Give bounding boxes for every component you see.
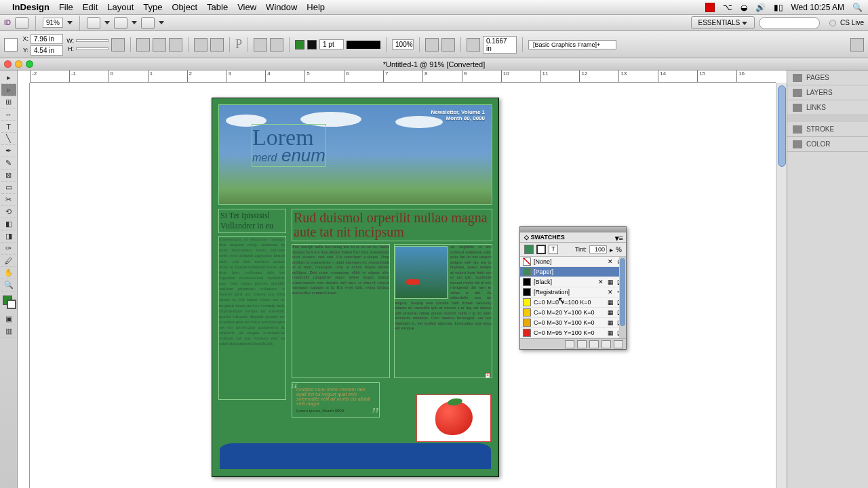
body-col-a-frame[interactable]: Eret sencigit nulla faccoming met in et … bbox=[292, 244, 390, 378]
vertical-ruler[interactable] bbox=[18, 83, 30, 488]
y-field[interactable]: 4.54 in bbox=[31, 45, 63, 56]
hero-image-frame[interactable]: Newsletter, Volume 1 Month 00, 0000 Lore… bbox=[218, 104, 492, 205]
zoom-dropdown-icon[interactable] bbox=[67, 21, 73, 24]
page-tool[interactable]: ⊞ bbox=[1, 96, 16, 108]
view-options-1[interactable] bbox=[87, 17, 100, 29]
swatch-row[interactable]: C=0 M=95 Y=100 K=0▦◪ bbox=[520, 328, 626, 338]
document-canvas[interactable]: Newsletter, Volume 1 Month 00, 0000 Lore… bbox=[30, 83, 776, 488]
menu-table[interactable]: Table bbox=[207, 2, 228, 12]
panel-links[interactable]: LINKS bbox=[787, 100, 868, 115]
tint-slider-icon[interactable]: ▸ bbox=[610, 246, 613, 253]
corner-radius-field[interactable]: 0.1667 in bbox=[483, 36, 517, 54]
x-field[interactable]: 7.96 in bbox=[31, 34, 63, 44]
fill-proxy[interactable] bbox=[524, 245, 534, 254]
menu-edit[interactable]: Edit bbox=[83, 2, 98, 12]
pen-tool[interactable]: ✒ bbox=[1, 145, 16, 157]
object-style-dropdown[interactable]: [Basic Graphics Frame]+ bbox=[528, 40, 616, 49]
apply-color-button[interactable]: ▣ bbox=[1, 313, 16, 325]
hand-tool[interactable]: ✋ bbox=[1, 267, 16, 279]
shear-icon[interactable] bbox=[169, 38, 182, 52]
subhead-frame[interactable]: Si Tet Ipissisisl Vullandrer in eu bbox=[218, 209, 286, 233]
swatch-row[interactable]: [Black]✕▦◪ bbox=[520, 277, 626, 287]
title-frame[interactable]: Lorem merd enum bbox=[252, 124, 326, 167]
show-color-swatches-button[interactable] bbox=[577, 340, 587, 348]
wrap-icon[interactable] bbox=[441, 38, 455, 52]
spotlight-icon[interactable]: 🔍 bbox=[852, 3, 863, 12]
quick-apply-icon[interactable] bbox=[850, 38, 864, 52]
stroke-swatch[interactable] bbox=[307, 40, 317, 49]
workspace-switcher[interactable]: ESSENTIALS bbox=[691, 16, 755, 29]
corner-icon[interactable] bbox=[467, 38, 480, 52]
gradient-feather-tool[interactable]: ◨ bbox=[1, 230, 16, 243]
rectangle-frame-tool[interactable]: ⊠ bbox=[1, 169, 16, 182]
eyedropper-tool[interactable]: 🖊 bbox=[1, 255, 16, 267]
show-all-swatches-button[interactable] bbox=[565, 340, 574, 348]
strawberry-image-frame[interactable] bbox=[416, 394, 491, 442]
app-name[interactable]: InDesign bbox=[12, 2, 50, 12]
menu-help[interactable]: Help bbox=[307, 2, 325, 12]
char-panel-icon[interactable]: P bbox=[235, 37, 242, 52]
bluetooth-icon[interactable]: ⌥ bbox=[723, 3, 732, 12]
pullquote-frame[interactable]: “ modipisi nomi dremi monem rain ayait l… bbox=[292, 382, 380, 418]
formatting-text-icon[interactable]: T bbox=[549, 245, 558, 254]
pencil-tool[interactable]: ✎ bbox=[1, 157, 16, 169]
h-field[interactable] bbox=[76, 47, 108, 50]
delete-swatch-button[interactable] bbox=[614, 340, 623, 348]
gap-tool[interactable]: ↔ bbox=[1, 108, 16, 121]
panel-menu-icon[interactable]: ▾≡ bbox=[615, 234, 623, 243]
panel-gripper[interactable] bbox=[520, 227, 626, 232]
distribute-icon[interactable] bbox=[270, 38, 283, 52]
headline-frame[interactable]: Rud duismol orperilit nullao magna aute … bbox=[292, 209, 492, 241]
note-tool[interactable]: ✑ bbox=[1, 243, 16, 255]
drop-icon[interactable] bbox=[132, 21, 137, 24]
panel-stroke[interactable]: STROKE bbox=[787, 122, 868, 137]
swatch-row[interactable]: C=0 M=20 Y=100 K=0▦◪ bbox=[520, 308, 626, 318]
scale-pct-field[interactable]: 100% bbox=[392, 39, 414, 49]
swatches-tab[interactable]: ◇ SWATCHES ▾≡ bbox=[520, 232, 626, 243]
selection-tool[interactable]: ▸ bbox=[1, 72, 16, 84]
free-transform-tool[interactable]: ⟲ bbox=[1, 206, 16, 218]
menu-layout[interactable]: Layout bbox=[107, 2, 134, 12]
cslive-button[interactable]: CS Live bbox=[829, 19, 864, 26]
flip-v-icon[interactable] bbox=[210, 38, 224, 52]
effects-icon[interactable] bbox=[425, 38, 439, 52]
line-tool[interactable]: ╲ bbox=[1, 133, 16, 145]
tint-field[interactable]: 100 bbox=[589, 245, 607, 253]
w-field[interactable] bbox=[76, 39, 108, 42]
show-gradient-swatches-button[interactable] bbox=[589, 340, 599, 348]
body-col-b-frame[interactable]: sa sugiahis ot eui urinnod doletione vol… bbox=[394, 244, 492, 378]
panel-color[interactable]: COLOR bbox=[787, 137, 868, 152]
battery-icon[interactable]: ▮▯ bbox=[774, 3, 783, 12]
drop-icon[interactable] bbox=[159, 21, 164, 24]
swatches-panel[interactable]: ◇ SWATCHES ▾≡ T Tint: 100 ▸ % [None]✕⊘[P… bbox=[519, 226, 627, 350]
rotate-icon[interactable] bbox=[153, 38, 166, 52]
view-options-3[interactable] bbox=[141, 17, 155, 29]
direct-selection-tool[interactable]: ▹ bbox=[1, 84, 16, 96]
swatch-row[interactable]: C=0 M=0 Y=100 K=0▦◪ bbox=[520, 298, 626, 308]
wifi-icon[interactable]: ◒ bbox=[741, 3, 747, 12]
body-col1-frame[interactable]: Esuesendam ad disimolite fusiamol duis m… bbox=[218, 236, 286, 400]
type-tool[interactable]: T bbox=[1, 121, 16, 133]
menu-type[interactable]: Type bbox=[143, 2, 162, 12]
flip-h-icon[interactable] bbox=[194, 38, 208, 52]
stroke-weight-field[interactable]: 1 pt bbox=[319, 39, 344, 49]
reference-point-icon[interactable] bbox=[4, 38, 18, 52]
constrain-icon[interactable] bbox=[111, 38, 125, 52]
rectangle-tool[interactable]: ▭ bbox=[1, 182, 16, 194]
panel-layers[interactable]: LAYERS bbox=[787, 85, 868, 100]
menu-view[interactable]: View bbox=[237, 2, 256, 12]
panel-pages[interactable]: PAGES bbox=[787, 70, 868, 85]
swatch-row[interactable]: [Registration]✕✛ bbox=[520, 287, 626, 298]
zoom-tool[interactable]: 🔍 bbox=[1, 279, 16, 291]
drop-icon[interactable] bbox=[104, 21, 110, 24]
vertical-scrollbar[interactable] bbox=[776, 83, 787, 488]
minimize-window-button[interactable] bbox=[15, 60, 22, 68]
view-options-2[interactable] bbox=[114, 17, 127, 29]
menu-file[interactable]: File bbox=[59, 2, 73, 12]
fill-swatch[interactable] bbox=[295, 40, 304, 49]
scissors-tool[interactable]: ✂ bbox=[1, 194, 16, 206]
swatches-scrollbar[interactable] bbox=[619, 257, 626, 338]
overset-icon[interactable]: + bbox=[485, 373, 490, 378]
close-window-button[interactable] bbox=[4, 60, 12, 68]
clock[interactable]: Wed 10:25 AM bbox=[791, 3, 845, 12]
